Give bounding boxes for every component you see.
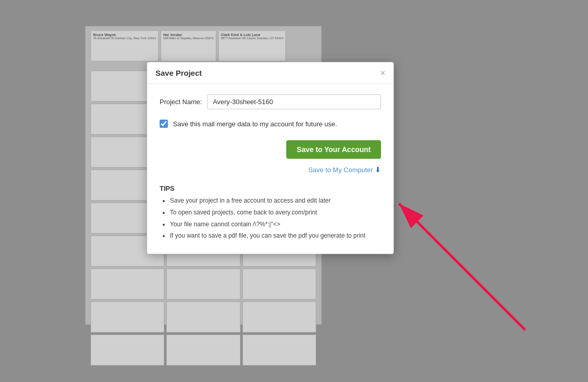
modal-body: Project Name: Save this mail merge data … <box>147 84 393 254</box>
tip-item-2: To open saved projects, come back to ave… <box>170 208 381 217</box>
tip-item-4: If you want to save a pdf file, you can … <box>170 231 381 240</box>
project-name-row: Project Name: <box>160 94 381 109</box>
save-to-account-button[interactable]: Save to Your Account <box>286 140 381 159</box>
project-name-input[interactable] <box>207 94 381 109</box>
save-to-computer-link[interactable]: Save to My Computer ⬇ <box>308 166 381 174</box>
project-name-label: Project Name: <box>160 98 202 106</box>
modal-close-button[interactable]: × <box>381 69 385 77</box>
tip-item-3: Your file name cannot contain /\?%*:|"<> <box>170 220 381 229</box>
save-mail-merge-label: Save this mail merge data to my account … <box>173 120 337 128</box>
save-project-modal: Save Project × Project Name: Save this m… <box>147 62 394 254</box>
save-mail-merge-checkbox[interactable] <box>160 120 168 128</box>
save-computer-row: Save to My Computer ⬇ <box>160 165 381 174</box>
tips-section: TIPS Save your project in a free account… <box>160 185 381 240</box>
modal-header: Save Project × <box>147 62 393 84</box>
tip-item-1: Save your project in a free account to a… <box>170 196 381 205</box>
checkbox-row: Save this mail merge data to my account … <box>160 120 381 128</box>
tips-title: TIPS <box>160 185 381 192</box>
tips-list: Save your project in a free account to a… <box>160 196 381 240</box>
modal-title: Save Project <box>155 69 202 77</box>
download-icon: ⬇ <box>375 165 381 174</box>
